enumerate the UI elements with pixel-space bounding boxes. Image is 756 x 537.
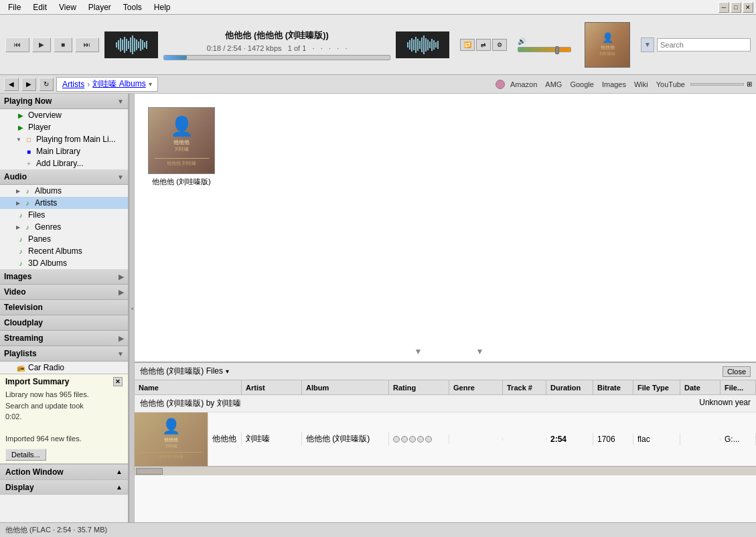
col-artist[interactable]: Artist	[242, 380, 302, 394]
playback-mode-controls: 🔁 ⇄ ⚙	[460, 39, 507, 51]
menu-help[interactable]: Help	[149, 1, 176, 13]
sidebar-action-window[interactable]: Action Window ▲	[0, 464, 128, 479]
waveform-left	[104, 31, 158, 58]
sidebar-item-files[interactable]: ♪ Files	[0, 209, 128, 221]
display-arrow: ▲	[116, 483, 123, 491]
repeat-button[interactable]: 🔁	[460, 39, 475, 51]
import-close-button[interactable]: ✕	[113, 377, 123, 386]
file-panel-close-button[interactable]: Close	[723, 366, 751, 377]
nav-link-youtube[interactable]: YouTube	[654, 80, 688, 88]
zoom-slider[interactable]	[690, 83, 744, 86]
center-panel: 👤 他他他 刘哇嗪 他他他 刘哇嗪 他他他 (刘哇嗪版) ▼ ▼ 他他他 (刘哇	[135, 94, 756, 522]
menu-bar: File Edit View Player Tools Help ─ □ ✕	[0, 0, 756, 15]
car-radio-icon: 📻	[16, 363, 25, 372]
album-card[interactable]: 👤 他他他 刘哇嗪 他他他 刘哇嗪 他他他 (刘哇嗪版)	[145, 104, 218, 189]
sidebar-section-playlists[interactable]: Playlists ▼	[0, 346, 128, 362]
col-filetype[interactable]: File Type	[633, 380, 680, 394]
volume-slider[interactable]	[518, 47, 571, 52]
search-dropdown-icon[interactable]: ▼	[644, 41, 651, 48]
progress-bar[interactable]	[163, 55, 390, 60]
file-list-dropdown[interactable]: ▾	[226, 368, 229, 375]
search-input[interactable]	[657, 38, 751, 52]
details-button[interactable]: Details...	[5, 449, 46, 461]
scrollbar-thumb[interactable]	[136, 468, 163, 475]
sidebar-item-main-library[interactable]: ■ Main Library	[0, 145, 128, 157]
col-genre[interactable]: Genre	[449, 380, 503, 394]
menu-file[interactable]: File	[3, 1, 26, 13]
albums-tree-arrow: ▶	[16, 188, 20, 194]
track-rating	[389, 435, 449, 444]
sidebar-item-overview[interactable]: ▶ Overview	[0, 109, 128, 121]
sidebar-item-recent-albums[interactable]: ♪ Recent Albums	[0, 245, 128, 257]
sidebar-section-television[interactable]: Television	[0, 300, 128, 315]
close-button[interactable]: ✕	[743, 2, 753, 13]
breadcrumb-separator: ›	[87, 80, 90, 89]
recent-albums-icon: ♪	[16, 246, 25, 256]
playing-now-arrow: ▼	[117, 98, 124, 105]
nav-link-images[interactable]: Images	[599, 80, 629, 88]
sidebar-item-artists[interactable]: ▶ ♪ Artists	[0, 197, 128, 209]
shuffle-button[interactable]: ⇄	[476, 39, 491, 51]
files-icon: ♪	[16, 210, 25, 220]
sidebar-section-cloudplay[interactable]: Cloudplay	[0, 315, 128, 331]
album-section-title: 他他他 (刘哇嗪版) by 刘哇嗪	[140, 398, 241, 409]
sidebar-resize-handle[interactable]: ◂	[129, 94, 135, 522]
col-filepath[interactable]: File...	[721, 380, 756, 394]
sidebar-section-audio[interactable]: Audio ▼	[0, 169, 128, 185]
col-track[interactable]: Track #	[503, 380, 546, 394]
forward-button[interactable]: ▶	[21, 78, 36, 91]
back-button[interactable]: ◀	[4, 78, 19, 91]
play-button[interactable]: ▶	[32, 37, 51, 52]
menu-tools[interactable]: Tools	[118, 1, 147, 13]
sidebar-item-genres[interactable]: ▶ ♪ Genres	[0, 221, 128, 233]
sidebar-section-streaming[interactable]: Streaming ▶	[0, 331, 128, 346]
breadcrumb-artists[interactable]: Artists	[62, 80, 84, 89]
file-columns-header: Name Artist Album Rating Genre Track # D…	[135, 380, 756, 395]
breadcrumb-dropdown-btn[interactable]: ▾	[149, 80, 152, 88]
next-button[interactable]: ⏭	[75, 37, 99, 52]
stop-button[interactable]: ■	[54, 37, 72, 52]
col-bitrate[interactable]: Bitrate	[593, 380, 633, 394]
menu-edit[interactable]: Edit	[27, 1, 52, 13]
sidebar-item-playing-from[interactable]: ▼ □ Playing from Main Li...	[0, 133, 128, 145]
col-rating[interactable]: Rating	[389, 380, 449, 394]
refresh-button[interactable]: ↻	[39, 78, 54, 91]
sidebar-item-3d-albums[interactable]: ♪ 3D Albums	[0, 257, 128, 269]
sidebar-item-albums[interactable]: ▶ ♪ Albums	[0, 185, 128, 197]
table-row[interactable]: 👤 他他他 刘哇嗪 他他他 刘哇嗪 他他他 刘哇嗪 他他他 (刘哇嗪版)	[135, 412, 756, 466]
sidebar-section-playing-now[interactable]: Playing Now ▼	[0, 94, 128, 109]
sidebar-item-add-library[interactable]: + Add Library...	[0, 157, 128, 169]
sidebar-item-panes[interactable]: ♪ Panes	[0, 233, 128, 245]
breadcrumb-albums[interactable]: 刘哇嗪 Albums	[92, 78, 145, 90]
sidebar-section-images[interactable]: Images ▶	[0, 269, 128, 285]
album-grid-area[interactable]: 👤 他他他 刘哇嗪 他他他 刘哇嗪 他他他 (刘哇嗪版) ▼ ▼	[135, 94, 756, 362]
minimize-button[interactable]: ─	[719, 2, 729, 13]
horizontal-scrollbar[interactable]	[135, 466, 756, 475]
album-section-year: Unknown year	[699, 398, 751, 409]
sidebar-display[interactable]: Display ▲	[0, 479, 128, 495]
col-album[interactable]: Album	[302, 380, 389, 394]
transport-controls: ⏮ ▶ ■ ⏭	[5, 37, 99, 52]
nav-link-amg[interactable]: AMG	[542, 80, 564, 88]
col-date[interactable]: Date	[680, 380, 721, 394]
col-name[interactable]: Name	[135, 380, 242, 394]
view-mode-btn[interactable]: ⊞	[747, 80, 752, 88]
menu-view[interactable]: View	[54, 1, 82, 13]
nav-link-amazon[interactable]: Amazon	[508, 80, 540, 88]
add-library-icon: +	[24, 159, 33, 168]
albums-icon: ♪	[23, 186, 32, 196]
prev-button[interactable]: ⏮	[5, 37, 29, 52]
scroll-arrow-right[interactable]: ▼	[475, 347, 483, 356]
images-arrow: ▶	[119, 273, 124, 281]
col-duration[interactable]: Duration	[546, 380, 593, 394]
nav-link-wiki[interactable]: Wiki	[631, 80, 651, 88]
maximize-button[interactable]: □	[731, 2, 741, 13]
sidebar-item-player[interactable]: ▶ Player	[0, 121, 128, 133]
sidebar-section-video[interactable]: Video ▶	[0, 285, 128, 300]
sidebar-item-car-radio[interactable]: 📻 Car Radio	[0, 362, 128, 374]
menu-player[interactable]: Player	[83, 1, 117, 13]
nav-link-google[interactable]: Google	[567, 80, 596, 88]
scroll-arrow-left[interactable]: ▼	[414, 347, 423, 356]
track-meta: 0:18 / 2:54 · 1472 kbps 1 of 1 · · · · ·	[207, 44, 348, 52]
settings-button[interactable]: ⚙	[492, 39, 507, 51]
